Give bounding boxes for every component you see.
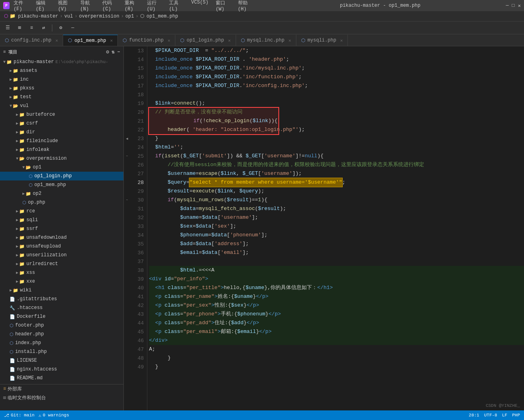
tree-readme[interactable]: 📄 README.md bbox=[0, 374, 123, 382]
tree-op-php[interactable]: ⬡ op.php bbox=[0, 198, 123, 207]
tree-fileinclude[interactable]: ▶ 📁 fileinclude bbox=[0, 137, 123, 145]
tree-ssrf[interactable]: ▶ 📁 ssrf bbox=[0, 224, 123, 233]
tab-close-op1mem[interactable]: ✕ bbox=[110, 38, 113, 43]
tree-overpermission[interactable]: ▼ 📂 overpermission bbox=[0, 154, 123, 163]
tab-close-op1login[interactable]: ✕ bbox=[228, 38, 231, 43]
tree-nginx[interactable]: 📄 nginx.htaccess bbox=[0, 365, 123, 374]
minimize-button[interactable]: ─ bbox=[506, 3, 508, 9]
tree-dir[interactable]: ▶ 📁 dir bbox=[0, 128, 123, 137]
code-line-18 bbox=[149, 90, 524, 99]
menu-navigate[interactable]: 导航(N) bbox=[79, 0, 97, 13]
tree-wiki[interactable]: ▶ 📁 wiki bbox=[0, 286, 123, 295]
tree-unsafedownload[interactable]: ▶ 📁 unsafedownload bbox=[0, 233, 123, 242]
line-num-21: 21 bbox=[130, 117, 147, 125]
tab-config-inc-php[interactable]: ⬡ config.inc.php ✕ bbox=[0, 35, 63, 46]
menu-view[interactable]: 视图(V) bbox=[56, 0, 75, 13]
structure-button[interactable]: ⊞ bbox=[15, 24, 24, 32]
menu-run[interactable]: 运行(U) bbox=[145, 0, 164, 13]
tree-op1-mem-php[interactable]: ⬡ op1_mem.php bbox=[0, 180, 123, 189]
sidebar-toggle-icon[interactable]: ≡ bbox=[3, 50, 6, 54]
tree-unsafeupload[interactable]: ▶ 📁 unsafeupload bbox=[0, 242, 123, 251]
tree-op1[interactable]: ▼ 📂 op1 bbox=[0, 163, 123, 172]
file-icon-license: 📄 bbox=[10, 358, 15, 363]
tree-unserilization[interactable]: ▶ 📁 unserilization bbox=[0, 251, 123, 260]
tree-index-php[interactable]: ⬡ index.php bbox=[0, 339, 123, 347]
menu-refactor[interactable]: 重构(R) bbox=[123, 0, 141, 13]
tab-close-mysqli[interactable]: ✕ bbox=[340, 38, 343, 43]
tab-mysqli-php[interactable]: ⬡ mysqli.php ✕ bbox=[296, 35, 348, 46]
tree-license[interactable]: 📄 LICENSE bbox=[0, 356, 123, 365]
line-num-34: 34 bbox=[130, 231, 147, 240]
tab-close-config[interactable]: ✕ bbox=[56, 38, 58, 43]
folder-icon-op2: 📁 bbox=[26, 191, 31, 196]
temp-files-item[interactable]: ⊞ 临时文件和控制台 bbox=[0, 393, 123, 402]
tree-urlredirect[interactable]: ▶ 📁 urlredirect bbox=[0, 260, 123, 268]
tree-xss[interactable]: ▶ 📁 xss bbox=[0, 268, 123, 277]
menu-vcs[interactable]: VCS(S) bbox=[190, 0, 210, 13]
sidebar-title: 项目 bbox=[8, 49, 17, 55]
settings-button[interactable]: ⚙ bbox=[56, 24, 65, 32]
menu-window[interactable]: 窗口(W) bbox=[214, 0, 232, 13]
tree-pkxss[interactable]: ▶ 📁 pkxss bbox=[0, 84, 123, 93]
tree-vul[interactable]: ▼ 📂 vul bbox=[0, 101, 123, 110]
tree-footer-php[interactable]: ⬡ footer.php bbox=[0, 321, 123, 330]
tree-root[interactable]: ▼ 📁 pikachu-master E:\code\php\pikachu- bbox=[0, 57, 123, 66]
maximize-button[interactable]: □ bbox=[512, 3, 515, 9]
tree-xxe[interactable]: ▶ 📁 xxe bbox=[0, 277, 123, 286]
tree-label-ssrf: ssrf bbox=[26, 226, 38, 232]
tree-op1-login-php[interactable]: ⬡ op1_login.php bbox=[0, 172, 123, 180]
line-num-48: 48 bbox=[130, 354, 147, 363]
statusbar-git[interactable]: ⎇ Git: main bbox=[4, 413, 34, 418]
tree-op2[interactable]: ▶ 📁 op2 bbox=[0, 189, 123, 198]
tab-op1-mem-php[interactable]: ⬡ op1_mem.php ✕ bbox=[63, 35, 118, 46]
tab-close-mysqlinc[interactable]: ✕ bbox=[288, 38, 291, 43]
code-container[interactable]: 13 14 15 16 17 bbox=[124, 46, 524, 410]
tree-header-php[interactable]: ⬡ header.php bbox=[0, 330, 123, 339]
menu-edit[interactable]: 编辑(E) bbox=[34, 0, 53, 13]
code-line-27: $username=escape($link, $_GET['username'… bbox=[149, 169, 524, 178]
breadcrumb-vul[interactable]: vul bbox=[64, 14, 73, 19]
tree-htaccess[interactable]: 🔧 .htaccess bbox=[0, 303, 123, 312]
tree-label-vul: vul bbox=[20, 103, 29, 109]
breadcrumb-op1[interactable]: op1 bbox=[125, 14, 134, 19]
code-line-43: <p class="per_phone">手机:{$phonenum}</p> bbox=[149, 310, 524, 319]
tree-assets[interactable]: ▶ 📁 assets bbox=[0, 66, 123, 75]
sidebar-settings-icon[interactable]: ⚙ bbox=[106, 49, 109, 55]
tree-sqli[interactable]: ▶ 📁 sqli bbox=[0, 216, 123, 224]
breadcrumb-file[interactable]: op1_mem.php bbox=[147, 14, 178, 19]
tree-install-php[interactable]: ⬡ install.php bbox=[0, 347, 123, 356]
hierarchy-button[interactable]: ≡ bbox=[27, 24, 36, 32]
tree-dockerfile[interactable]: 📄 Dockerfile bbox=[0, 312, 123, 321]
tree-burteforce[interactable]: ▶ 📁 burteforce bbox=[0, 110, 123, 119]
tab-op1-login-php[interactable]: ⬡ op1_login.php ✕ bbox=[175, 35, 236, 46]
statusbar-linecol: 28:1 bbox=[469, 413, 479, 418]
minimize-panel-button[interactable]: ─ bbox=[68, 24, 77, 32]
tree-csrf[interactable]: ▶ 📁 csrf bbox=[0, 119, 123, 128]
tree-gitattributes[interactable]: 📄 .gitattributes bbox=[0, 295, 123, 303]
folder-icon-wiki: 📁 bbox=[13, 288, 18, 293]
sidebar-collapse-icon[interactable]: – bbox=[117, 49, 120, 55]
menu-help[interactable]: 帮助(H) bbox=[236, 0, 255, 13]
folder-icon-fileinclude: 📁 bbox=[19, 139, 25, 144]
menu-code[interactable]: 代码(C) bbox=[101, 0, 119, 13]
tree-rce[interactable]: ▶ 📁 rce bbox=[0, 207, 123, 216]
breadcrumb-root[interactable]: pikachu-master bbox=[18, 14, 58, 19]
menu-tools[interactable]: 工具(L) bbox=[167, 0, 186, 13]
line-num-18: 18 bbox=[130, 90, 147, 99]
tab-function-php[interactable]: ⬡ function.php ✕ bbox=[118, 35, 175, 46]
sidebar-sort-icon[interactable]: ⇅ bbox=[111, 49, 115, 55]
tree-test[interactable]: ▶ 📁 test bbox=[0, 93, 123, 101]
menu-file[interactable]: 文件(F) bbox=[12, 0, 30, 13]
close-button[interactable]: ✕ bbox=[518, 3, 521, 9]
tree-label-indexphp: index.php bbox=[15, 340, 41, 346]
folder-icon-pkxss: 📁 bbox=[13, 86, 18, 91]
tab-close-function[interactable]: ✕ bbox=[168, 38, 171, 43]
diff-button[interactable]: ⇄ bbox=[39, 24, 48, 32]
breadcrumb-overperm[interactable]: overpermission bbox=[79, 14, 119, 19]
sidebar-toggle-button[interactable]: ☰ bbox=[3, 24, 12, 32]
tab-mysql-inc-php[interactable]: ⬡ mysql.inc.php ✕ bbox=[236, 35, 296, 46]
tree-infoleak[interactable]: ▶ 📁 infoleak bbox=[0, 145, 123, 154]
external-libs-item[interactable]: ≡ 外部库 bbox=[0, 384, 123, 393]
tree-inc[interactable]: ▶ 📁 inc bbox=[0, 75, 123, 84]
code-editor[interactable]: $PIKA_ROOT_DIR = "../../../"; include_on… bbox=[147, 46, 524, 410]
